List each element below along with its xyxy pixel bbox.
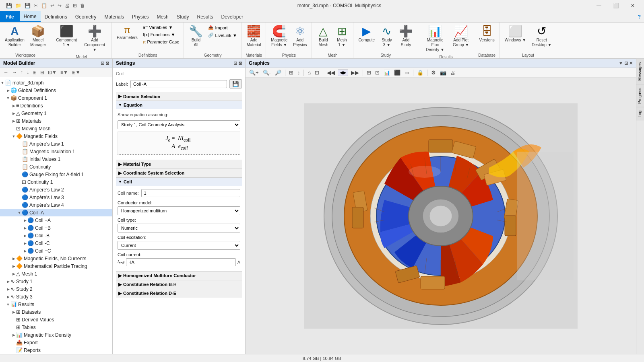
progress-tab[interactable]: Progress bbox=[636, 84, 644, 107]
tree-expander[interactable]: ▶ bbox=[23, 241, 27, 245]
tree-view-opt[interactable]: ⊡▼ bbox=[47, 69, 58, 76]
add-material-button[interactable]: 🧱 AddMaterial bbox=[244, 24, 264, 49]
coord-system-header[interactable]: ▶ Coordinate System Selection bbox=[116, 169, 242, 177]
import-button[interactable]: 📥 Import bbox=[206, 24, 239, 31]
tree-item-math-particle[interactable]: ▶🔶Mathematical Particle Tracing bbox=[0, 262, 112, 270]
snapshot-btn[interactable]: 📷 bbox=[439, 69, 448, 76]
add-study-button[interactable]: ➕ AddStudy bbox=[396, 24, 415, 49]
tree-item-definitions[interactable]: ▶≡Definitions bbox=[0, 102, 112, 109]
tree-expander[interactable]: ▶ bbox=[23, 234, 27, 238]
quick-access-icon10[interactable]: 🗑 bbox=[79, 2, 86, 9]
versions-button[interactable]: 🗄 Versions bbox=[477, 24, 497, 44]
tree-item-mag-flux-density[interactable]: ▶📊Magnetic Flux Density bbox=[0, 331, 112, 339]
zoom-fit-button[interactable]: 🔎 bbox=[274, 69, 283, 76]
lock-view[interactable]: 🔒 bbox=[416, 69, 425, 76]
view-ortho[interactable]: ▭ bbox=[403, 69, 411, 76]
tree-item-derived-values[interactable]: ⊞Derived Values bbox=[0, 316, 112, 323]
tree-expander[interactable]: ▶ bbox=[23, 249, 27, 253]
tree-item-global-defs[interactable]: ▶🌐Global Definitions bbox=[0, 86, 112, 94]
rotate-button[interactable]: ↕ bbox=[296, 69, 301, 76]
tree-expander[interactable]: ▶ bbox=[11, 264, 16, 268]
compute-button[interactable]: ▶ Compute bbox=[356, 24, 377, 44]
coil-type-dropdown[interactable]: Numeric bbox=[118, 224, 240, 232]
tree-more-opt[interactable]: ⊞▼ bbox=[70, 69, 82, 76]
add-physics-button[interactable]: ⚛ AddPhysics bbox=[291, 24, 309, 49]
component-button[interactable]: ⬛ Component1 ▼ bbox=[54, 24, 79, 49]
build-all-button[interactable]: 🔧 BuildAll bbox=[186, 24, 205, 49]
maximize-button[interactable]: ⬜ bbox=[608, 0, 624, 11]
zoom-out-button[interactable]: 🔍- bbox=[262, 69, 272, 76]
tree-item-continuity1[interactable]: ⊡Continuity 1 bbox=[0, 178, 112, 186]
view-table[interactable]: ⊡ bbox=[374, 69, 381, 76]
tree-item-study1[interactable]: ▶∿Study 1 bbox=[0, 278, 112, 285]
menu-home[interactable]: Home bbox=[20, 11, 41, 22]
save-label-button[interactable]: 💾 bbox=[229, 79, 242, 88]
tree-item-gauge-fixing[interactable]: 🔵Gauge Fixing for A-field 1 bbox=[0, 171, 112, 178]
tree-item-tables[interactable]: ⊞Tables bbox=[0, 323, 112, 331]
tree-item-coil-a-neg[interactable]: ▼🔵Coil -A bbox=[0, 209, 112, 216]
tree-expander[interactable]: ▶ bbox=[23, 226, 27, 230]
quick-access-icon[interactable]: 💾 bbox=[5, 2, 13, 9]
quick-access-icon5[interactable]: 📋 bbox=[40, 2, 48, 9]
material-type-header[interactable]: ▶ Material Type bbox=[116, 160, 242, 169]
tree-expander[interactable]: ▶ bbox=[11, 104, 16, 108]
zoom-in-button[interactable]: 🔍+ bbox=[248, 69, 260, 76]
tree-item-root[interactable]: ▼📄motor_3d.mph bbox=[0, 79, 112, 86]
expand-all[interactable]: ⊞ bbox=[31, 69, 38, 76]
tree-expander[interactable]: ▶ bbox=[6, 295, 10, 299]
tree-item-moving-mesh[interactable]: ⊡Moving Mesh bbox=[0, 125, 112, 132]
tree-expander[interactable]: ▼ bbox=[6, 302, 10, 306]
conductor-model-dropdown[interactable]: Homogenized multiturn bbox=[118, 206, 240, 215]
tree-expander[interactable]: ▶ bbox=[11, 272, 16, 276]
tree-item-reports[interactable]: 📝Reports bbox=[0, 346, 112, 354]
quick-access-icon9[interactable]: ⊞ bbox=[72, 2, 78, 9]
label-input[interactable] bbox=[130, 80, 227, 88]
constitutive-bh-header[interactable]: ▶ Constitutive Relation B-H bbox=[116, 280, 242, 289]
equation-header[interactable]: ▼ Equation bbox=[116, 101, 242, 109]
menu-definitions[interactable]: Definitions bbox=[41, 11, 71, 22]
tree-item-materials[interactable]: ▶⊞Materials bbox=[0, 117, 112, 125]
tree-expander[interactable]: ▶ bbox=[6, 280, 10, 284]
tree-item-coil-a-pos[interactable]: ▶🔵Coil +A bbox=[0, 216, 112, 224]
tree-expander[interactable]: ▶ bbox=[11, 257, 16, 261]
tree-item-component1[interactable]: ▼📦Component 1 bbox=[0, 94, 112, 102]
tree-expander[interactable]: ▶ bbox=[11, 333, 16, 337]
tree-item-amperes-law2[interactable]: 🔵Ampère's Law 2 bbox=[0, 186, 112, 193]
tree-expander[interactable]: ▼ bbox=[17, 211, 22, 215]
tree-item-export[interactable]: 📤Export bbox=[0, 339, 112, 346]
constitutive-de-header[interactable]: ▶ Constitutive Relation D-E bbox=[116, 289, 242, 298]
tree-item-amperes-law3[interactable]: 🔵Ampère's Law 3 bbox=[0, 193, 112, 201]
param-case-button[interactable]: π Parameter Case bbox=[141, 39, 182, 45]
tree-display-opt[interactable]: ≡▼ bbox=[59, 69, 69, 76]
quick-access-icon6[interactable]: ↩ bbox=[49, 2, 56, 9]
coil-name-input[interactable] bbox=[141, 189, 240, 197]
functions-button[interactable]: f(x) Functions ▼ bbox=[141, 31, 182, 38]
tree-item-results[interactable]: ▼📊Results bbox=[0, 300, 112, 308]
next-frame[interactable]: ▶▶ bbox=[350, 69, 360, 76]
nav-down[interactable]: ↓ bbox=[25, 69, 30, 76]
tree-item-coil-c-pos[interactable]: ▶🔵Coil +C bbox=[0, 247, 112, 255]
tree-expander[interactable]: ▶ bbox=[11, 111, 16, 115]
tree-item-coil-b-neg[interactable]: ▶🔵Coil -B bbox=[0, 232, 112, 239]
tree-item-magnetic-fields[interactable]: ▼🔶Magnetic Fields bbox=[0, 132, 112, 140]
tree-item-mag-fields-nc[interactable]: ▶🔶Magnetic Fields, No Currents bbox=[0, 255, 112, 262]
tree-item-magnetic-ins1[interactable]: 📋Magnetic Insulation 1 bbox=[0, 148, 112, 155]
mesh1-button[interactable]: ⊞ Mesh1 ▼ bbox=[333, 24, 351, 49]
quick-access-icon8[interactable]: 🖨 bbox=[64, 2, 71, 9]
tree-item-study3[interactable]: ▶∿Study 3 bbox=[0, 293, 112, 300]
tree-item-coil-c-neg[interactable]: ▶🔵Coil -C bbox=[0, 239, 112, 247]
quick-access-icon3[interactable]: 💾 bbox=[23, 2, 32, 9]
parameters-button[interactable]: π Parameters bbox=[114, 24, 140, 42]
study-button[interactable]: ∿ Study3 ▼ bbox=[378, 24, 396, 49]
menu-geometry[interactable]: Geometry bbox=[71, 11, 101, 22]
help-button[interactable]: ? bbox=[638, 14, 644, 20]
nav-back[interactable]: ← bbox=[2, 69, 10, 76]
quick-access-icon2[interactable]: 📁 bbox=[14, 2, 23, 9]
menu-study[interactable]: Study bbox=[173, 11, 193, 22]
equation-dropdown[interactable]: Study 1, Coil Geometry Analysis bbox=[118, 120, 240, 129]
livelink-button[interactable]: 🔗 LiveLink ▼ bbox=[206, 32, 239, 39]
domain-selection-header[interactable]: ▶ Domain Selection bbox=[116, 92, 242, 101]
quick-access-icon7[interactable]: ↪ bbox=[56, 2, 63, 9]
tree-expander[interactable]: ▶ bbox=[11, 310, 16, 314]
view-chart[interactable]: 📊 bbox=[382, 69, 391, 76]
